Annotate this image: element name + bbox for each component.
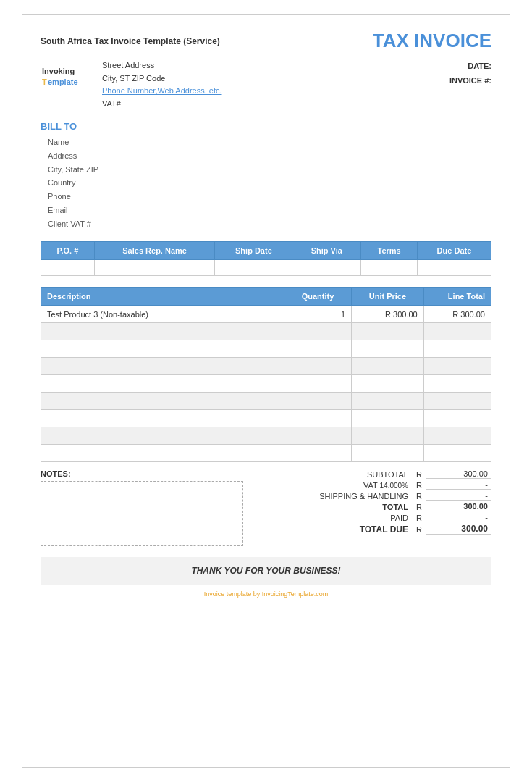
order-row <box>41 260 491 276</box>
order-col-ship-via: Ship Via <box>292 242 361 260</box>
totals-section: SUBTOTAL R 300.00 VAT 14.000% R - SHIPPI… <box>266 469 492 536</box>
item-row-8 <box>41 445 491 462</box>
bill-to-email: Email <box>48 204 491 217</box>
bill-to-country: Country <box>48 176 491 190</box>
notes-box[interactable] <box>41 481 243 546</box>
order-terms-val <box>361 260 418 276</box>
item-line-total-4 <box>423 375 491 393</box>
subtotal-row: SUBTOTAL R 300.00 <box>266 469 492 479</box>
invoice-label: INVOICE #: <box>449 76 491 85</box>
paid-value: - <box>426 513 491 522</box>
paid-label: PAID <box>266 514 413 522</box>
item-quantity-7 <box>284 427 351 445</box>
item-unit-price-2 <box>352 340 424 358</box>
items-table: Description Quantity Unit Price Line Tot… <box>41 287 491 462</box>
vat-label: VAT# <box>102 98 222 111</box>
item-quantity-3 <box>284 358 351 375</box>
item-line-total-6 <box>423 410 491 427</box>
bill-to-client-vat: Client VAT # <box>48 217 491 231</box>
item-unit-price-7 <box>352 427 424 445</box>
item-quantity-2 <box>284 340 351 358</box>
notes-section: NOTES: <box>41 469 243 546</box>
city-state-zip: City, ST ZIP Code <box>102 72 222 85</box>
item-line-total-0: R 300.00 <box>423 306 491 323</box>
items-col-unit-price: Unit Price <box>352 288 424 306</box>
shipping-label: SHIPPING & HANDLING <box>266 492 413 501</box>
item-description-0: Test Product 3 (Non-taxable) <box>41 306 284 323</box>
order-col-sales-rep: Sales Rep. Name <box>94 242 215 260</box>
thank-you-text: THANK YOU FOR YOUR BUSINESS! <box>191 566 340 576</box>
total-row: TOTAL R 300.00 <box>266 502 492 511</box>
phone-web: Phone Number,Web Address, etc. <box>102 86 222 95</box>
paid-currency: R <box>412 514 426 522</box>
footer-credit: Invoice template by InvoicingTemplate.co… <box>41 590 491 598</box>
order-table: P.O. # Sales Rep. Name Ship Date Ship Vi… <box>41 241 491 276</box>
item-description-5 <box>41 393 284 410</box>
company-address: Street Address City, ST ZIP Code Phone N… <box>102 59 222 110</box>
bill-to-fields: Name Address City, State ZIP Country Pho… <box>48 135 491 230</box>
item-line-total-1 <box>423 323 491 340</box>
item-line-total-7 <box>423 427 491 445</box>
subtotal-currency: R <box>412 470 426 479</box>
vat-currency: R <box>412 481 426 490</box>
shipping-row: SHIPPING & HANDLING R - <box>266 491 492 501</box>
item-unit-price-3 <box>352 358 424 375</box>
item-row-1 <box>41 323 491 340</box>
items-col-description: Description <box>41 288 284 306</box>
total-due-currency: R <box>412 525 426 534</box>
totals-notes-section: NOTES: SUBTOTAL R 300.00 VAT 14.000% R -… <box>41 469 491 546</box>
item-description-6 <box>41 410 284 427</box>
order-col-po: P.O. # <box>41 242 95 260</box>
shipping-value: - <box>426 491 491 501</box>
item-row-7 <box>41 427 491 445</box>
paid-row: PAID R - <box>266 513 492 522</box>
order-po-val <box>41 260 95 276</box>
item-quantity-4 <box>284 375 351 393</box>
notes-label: NOTES: <box>41 469 243 478</box>
company-logo: Invoking T emplate <box>41 59 91 96</box>
bill-to-title: BILL TO <box>41 121 491 132</box>
total-value: 300.00 <box>426 502 491 511</box>
bill-to-section: BILL TO Name Address City, State ZIP Cou… <box>41 121 491 230</box>
total-due-value: 300.00 <box>426 524 491 535</box>
item-description-4 <box>41 375 284 393</box>
item-row-4 <box>41 375 491 393</box>
item-unit-price-1 <box>352 323 424 340</box>
logo-area: Invoking T emplate Street Address City, … <box>41 59 222 110</box>
item-line-total-3 <box>423 358 491 375</box>
total-currency: R <box>412 503 426 511</box>
order-col-due-date: Due Date <box>417 242 491 260</box>
thank-you-box: THANK YOU FOR YOUR BUSINESS! <box>41 557 491 585</box>
order-shipdate-val <box>215 260 292 276</box>
item-row-5 <box>41 393 491 410</box>
item-unit-price-6 <box>352 410 424 427</box>
street-address: Street Address <box>102 59 222 72</box>
items-col-line-total: Line Total <box>423 288 491 306</box>
item-unit-price-5 <box>352 393 424 410</box>
item-quantity-5 <box>284 393 351 410</box>
item-unit-price-0: R 300.00 <box>352 306 424 323</box>
vat-row: VAT 14.000% R - <box>266 480 492 490</box>
item-quantity-0: 1 <box>284 306 351 323</box>
item-line-total-5 <box>423 393 491 410</box>
order-duedate-val <box>417 260 491 276</box>
item-quantity-8 <box>284 445 351 462</box>
item-description-1 <box>41 323 284 340</box>
item-row-0: Test Product 3 (Non-taxable)1R 300.00R 3… <box>41 306 491 323</box>
bill-to-phone: Phone <box>48 190 491 204</box>
item-row-3 <box>41 358 491 375</box>
item-row-2 <box>41 340 491 358</box>
subtotal-value: 300.00 <box>426 469 491 479</box>
vat-label: VAT 14.000% <box>266 481 413 490</box>
total-due-row: TOTAL DUE R 300.00 <box>266 524 492 535</box>
item-description-2 <box>41 340 284 358</box>
date-label: DATE: <box>468 62 491 70</box>
item-line-total-8 <box>423 445 491 462</box>
header-top: South Africa Tax Invoice Template (Servi… <box>41 30 491 52</box>
item-line-total-2 <box>423 340 491 358</box>
order-shipvia-val <box>292 260 361 276</box>
subtotal-label: SUBTOTAL <box>266 470 413 479</box>
item-quantity-6 <box>284 410 351 427</box>
item-description-8 <box>41 445 284 462</box>
bill-to-city: City, State ZIP <box>48 163 491 177</box>
